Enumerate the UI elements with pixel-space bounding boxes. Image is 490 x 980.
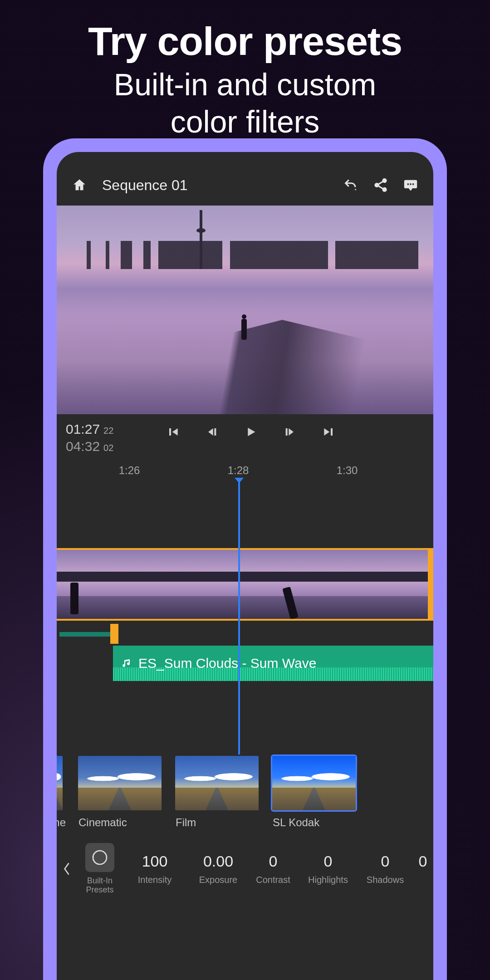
promo-banner: Try color presets Built-in and custom co… (0, 0, 490, 140)
adjust-exposure[interactable]: 0.00 Exposure (191, 853, 245, 885)
undo-icon[interactable] (341, 175, 361, 195)
video-track[interactable] (57, 548, 433, 621)
svg-point-0 (355, 189, 356, 191)
back-icon[interactable] (62, 861, 72, 877)
play-icon[interactable] (242, 423, 260, 441)
adjust-bar: Built-InPresets 100 Intensity 0.00 Expos… (57, 837, 433, 901)
video-clip[interactable] (340, 550, 433, 619)
preset-strip[interactable]: one Cinematic Film SL Kodak (57, 755, 433, 829)
video-clip[interactable] (57, 550, 151, 619)
sequence-title: Sequence 01 (102, 177, 188, 194)
skip-start-icon[interactable] (164, 423, 181, 441)
music-icon (121, 658, 132, 669)
preset-label: SL Kodak (271, 816, 357, 829)
preset-item[interactable]: Film (174, 755, 260, 829)
app-screen: Sequence 01 01:2722 04:3202 (57, 152, 433, 980)
svg-point-4 (407, 183, 409, 185)
playback-controls (113, 421, 388, 441)
adjust-highlights[interactable]: 0 Highlights (301, 853, 355, 885)
playhead[interactable] (238, 482, 240, 755)
video-clip[interactable] (151, 550, 245, 619)
adjust-shadows[interactable]: 0 Shadows (358, 853, 412, 885)
current-time: 01:27 (66, 421, 100, 438)
svg-point-5 (410, 183, 412, 185)
timecode-display: 01:2722 04:3202 (66, 421, 113, 455)
adjust-contrast[interactable]: 0 Contrast (248, 853, 298, 885)
audio-track[interactable]: ES_Sum Clouds - Sum Wave (113, 646, 433, 681)
comment-icon[interactable] (401, 175, 421, 195)
video-clip[interactable] (245, 550, 340, 619)
promo-title: Try color presets (0, 18, 490, 64)
device-frame: Sequence 01 01:2722 04:3202 (43, 138, 447, 980)
video-preview[interactable] (57, 206, 433, 414)
builtin-presets-button[interactable]: Built-InPresets (75, 843, 125, 895)
preset-label: Film (174, 816, 260, 829)
preset-label: Cinematic (77, 816, 163, 829)
timeline[interactable]: ES_Sum Clouds - Sum Wave (57, 482, 433, 755)
top-bar: Sequence 01 (57, 165, 433, 206)
adjust-next[interactable]: 0 (415, 853, 431, 885)
timeline-ruler[interactable]: 1:26 1:28 1:30 (57, 464, 433, 482)
skip-end-icon[interactable] (320, 423, 338, 441)
svg-point-6 (412, 183, 414, 185)
ruler-tick: 1:30 (337, 464, 358, 477)
share-icon[interactable] (371, 175, 391, 195)
track-marker[interactable] (110, 624, 118, 644)
preset-item[interactable]: one (57, 755, 66, 829)
promo-subtitle: Built-in and custom color filters (0, 66, 490, 140)
preset-item[interactable]: Cinematic (77, 755, 163, 829)
transport-bar: 01:2722 04:3202 (57, 414, 433, 464)
presets-icon (85, 843, 114, 872)
preset-label: one (57, 816, 66, 829)
ruler-tick: 1:28 (228, 464, 249, 477)
total-time: 04:32 (66, 438, 100, 455)
home-icon[interactable] (69, 175, 89, 195)
step-back-icon[interactable] (203, 423, 220, 441)
adjust-intensity[interactable]: 100 Intensity (127, 853, 182, 885)
ruler-tick: 1:26 (119, 464, 140, 477)
preset-item-selected[interactable]: SL Kodak (271, 755, 357, 829)
step-forward-icon[interactable] (281, 423, 299, 441)
audio-clip-label: ES_Sum Clouds - Sum Wave (138, 656, 316, 671)
